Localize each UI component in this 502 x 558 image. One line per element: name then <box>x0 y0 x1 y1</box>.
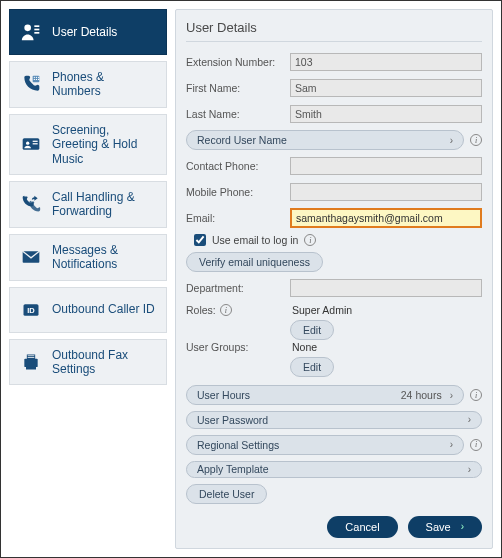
cancel-button[interactable]: Cancel <box>327 516 397 538</box>
svg-point-0 <box>24 25 31 32</box>
info-icon[interactable]: i <box>304 234 316 246</box>
record-user-name-label: Record User Name <box>197 134 287 146</box>
use-email-login-checkbox[interactable] <box>194 234 206 246</box>
usergroups-label: User Groups: <box>186 341 284 353</box>
save-button[interactable]: Save› <box>408 516 482 538</box>
mobilephone-input[interactable] <box>290 183 482 201</box>
delete-user-button[interactable]: Delete User <box>186 484 267 504</box>
svg-rect-20 <box>28 355 35 356</box>
sidebar-item-user-details[interactable]: User Details <box>9 9 167 55</box>
chevron-right-icon: › <box>468 464 471 475</box>
user-hours-value: 24 hours <box>401 389 442 401</box>
svg-point-5 <box>34 77 35 78</box>
svg-text:ID: ID <box>27 306 35 315</box>
verify-email-button[interactable]: Verify email uniqueness <box>186 252 323 272</box>
id-badge-icon: ID <box>20 299 42 321</box>
sidebar-item-label: User Details <box>52 25 117 39</box>
pane-title: User Details <box>186 18 482 42</box>
call-forward-icon <box>20 193 42 215</box>
svg-rect-22 <box>26 367 36 370</box>
extension-input[interactable] <box>290 53 482 71</box>
user-hours-row[interactable]: User Hours 24 hours › <box>186 385 464 405</box>
sidebar-item-label: Outbound Caller ID <box>52 302 155 316</box>
user-icon <box>20 21 42 43</box>
user-hours-label: User Hours <box>197 389 250 401</box>
mobilephone-label: Mobile Phone: <box>186 186 284 198</box>
cancel-label: Cancel <box>345 521 379 533</box>
regional-settings-row[interactable]: Regional Settings › <box>186 435 464 455</box>
sidebar-item-label: Phones & Numbers <box>52 70 156 99</box>
sidebar-item-messages[interactable]: Messages & Notifications <box>9 234 167 281</box>
sidebar-item-outbound-id[interactable]: ID Outbound Caller ID <box>9 287 167 333</box>
sidebar-item-label: Messages & Notifications <box>52 243 156 272</box>
chevron-right-icon: › <box>450 439 453 450</box>
svg-rect-21 <box>28 357 35 358</box>
info-icon[interactable]: i <box>470 439 482 451</box>
email-input[interactable] <box>290 208 482 228</box>
sidebar-item-label: Call Handling & Forwarding <box>52 190 156 219</box>
sidebar-item-screening[interactable]: Screening, Greeting & Hold Music <box>9 114 167 175</box>
info-icon[interactable]: i <box>470 134 482 146</box>
contactphone-input[interactable] <box>290 157 482 175</box>
envelope-icon <box>20 246 42 268</box>
svg-rect-18 <box>24 359 37 367</box>
use-email-login-label: Use email to log in <box>212 234 298 246</box>
chevron-right-icon: › <box>450 390 453 401</box>
svg-rect-1 <box>34 25 39 27</box>
roles-value: Super Admin <box>290 304 352 316</box>
sidebar-item-outbound-fax[interactable]: Outbound Fax Settings <box>9 339 167 386</box>
chevron-right-icon: › <box>450 135 453 146</box>
department-input[interactable] <box>290 279 482 297</box>
usergroups-edit-button[interactable]: Edit <box>290 357 334 377</box>
email-label: Email: <box>186 212 284 224</box>
chevron-right-icon: › <box>468 414 471 425</box>
contactphone-label: Contact Phone: <box>186 160 284 172</box>
roles-label: Roles: <box>186 304 216 316</box>
svg-rect-3 <box>34 32 39 34</box>
svg-point-10 <box>38 79 39 80</box>
phone-icon <box>20 73 42 95</box>
lastname-input[interactable] <box>290 105 482 123</box>
info-icon[interactable]: i <box>220 304 232 316</box>
apply-template-label: Apply Template <box>197 463 269 475</box>
info-icon[interactable]: i <box>470 389 482 401</box>
sidebar-item-phones-numbers[interactable]: Phones & Numbers <box>9 61 167 108</box>
sidebar-item-label: Outbound Fax Settings <box>52 348 156 377</box>
department-label: Department: <box>186 282 284 294</box>
chevron-right-icon: › <box>461 521 464 532</box>
lastname-label: Last Name: <box>186 108 284 120</box>
regional-settings-label: Regional Settings <box>197 439 279 451</box>
user-password-label: User Password <box>197 414 268 426</box>
fax-icon <box>20 351 42 373</box>
user-details-pane: User Details Extension Number: First Nam… <box>175 9 493 549</box>
svg-point-8 <box>34 79 35 80</box>
extension-label: Extension Number: <box>186 56 284 68</box>
svg-point-9 <box>36 79 37 80</box>
firstname-label: First Name: <box>186 82 284 94</box>
save-label: Save <box>426 521 451 533</box>
settings-sidebar: User Details Phones & Numbers Screening,… <box>9 9 167 549</box>
svg-point-6 <box>36 77 37 78</box>
svg-point-12 <box>26 142 29 145</box>
firstname-input[interactable] <box>290 79 482 97</box>
sidebar-item-call-handling[interactable]: Call Handling & Forwarding <box>9 181 167 228</box>
apply-template-row[interactable]: Apply Template › <box>186 461 482 478</box>
user-password-row[interactable]: User Password › <box>186 411 482 428</box>
svg-rect-2 <box>34 29 39 31</box>
id-card-icon <box>20 133 42 155</box>
record-user-name-row[interactable]: Record User Name › <box>186 130 464 150</box>
svg-point-7 <box>38 77 39 78</box>
roles-edit-button[interactable]: Edit <box>290 320 334 340</box>
usergroups-value: None <box>290 341 317 353</box>
sidebar-item-label: Screening, Greeting & Hold Music <box>52 123 156 166</box>
svg-rect-13 <box>33 141 38 142</box>
svg-rect-14 <box>33 144 38 145</box>
